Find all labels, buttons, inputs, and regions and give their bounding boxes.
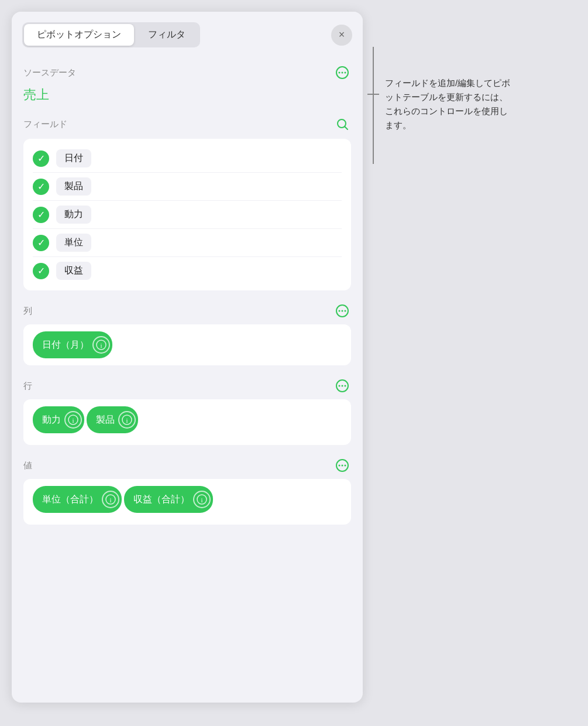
pivot-panel: ピボットオプション フィルタ × ソースデータ 売上 (12, 12, 363, 703)
annotation-text: フィールドを追加/編集してピボットテーブルを更新するには、これらのコントロールを… (385, 47, 514, 132)
field-check-power: ✓ (33, 207, 49, 223)
source-data-section: ソースデータ 売上 (12, 64, 363, 104)
source-more-button[interactable] (333, 64, 351, 81)
field-row-product[interactable]: ✓ 製品 (33, 173, 342, 201)
columns-label: 列 (23, 306, 32, 317)
svg-point-21 (339, 465, 341, 467)
values-pill-revenue-label: 収益（合計） (133, 494, 190, 506)
info-icon: i (96, 340, 106, 350)
columns-header: 列 (23, 302, 351, 320)
values-more-icon (335, 458, 349, 472)
rows-pill-product-info-button[interactable]: i (118, 411, 136, 429)
rows-more-icon (335, 379, 349, 393)
rows-section: 行 動力 i (12, 377, 363, 445)
field-tag-unit: 単位 (56, 234, 91, 252)
tab-filter[interactable]: フィルタ (135, 24, 198, 46)
source-value: 売上 (23, 86, 351, 104)
fields-search-button[interactable] (333, 115, 351, 133)
rows-pill-power[interactable]: 動力 i (33, 406, 84, 433)
svg-point-1 (339, 72, 341, 74)
fields-list-box: ✓ 日付 ✓ 製品 ✓ 動力 ✓ 単位 ✓ 収益 (23, 139, 351, 290)
field-check-unit: ✓ (33, 235, 49, 251)
svg-text:i: i (72, 417, 74, 424)
fields-section: フィールド ✓ 日付 ✓ 製品 ✓ (12, 115, 363, 290)
annotation-area: フィールドを追加/編集してピボットテーブルを更新するには、これらのコントロールを… (367, 12, 576, 164)
values-label: 値 (23, 460, 32, 471)
field-row-date[interactable]: ✓ 日付 (33, 145, 342, 173)
field-check-revenue: ✓ (33, 263, 49, 279)
columns-list-box: 日付（月） i (23, 324, 351, 365)
values-more-button[interactable] (333, 457, 351, 474)
fields-label: フィールド (23, 119, 67, 130)
values-pill-unit-total[interactable]: 単位（合計） i (33, 486, 122, 513)
columns-more-icon (335, 304, 349, 318)
field-check-product: ✓ (33, 179, 49, 195)
values-pill-revenue-total[interactable]: 収益（合計） i (124, 486, 213, 513)
values-pill-unit-info-button[interactable]: i (102, 491, 119, 508)
field-tag-power: 動力 (56, 206, 91, 224)
svg-line-5 (345, 127, 348, 130)
svg-point-13 (339, 385, 341, 387)
field-row-unit[interactable]: ✓ 単位 (33, 229, 342, 257)
svg-point-2 (342, 72, 343, 74)
columns-pill-date-month[interactable]: 日付（月） i (33, 331, 112, 358)
columns-pill-info-button[interactable]: i (92, 336, 110, 354)
values-pill-revenue-info-button[interactable]: i (193, 491, 211, 508)
search-icon (335, 117, 349, 131)
rows-pill-product-label: 製品 (96, 414, 115, 426)
svg-text:i: i (126, 417, 128, 424)
svg-point-15 (345, 385, 346, 387)
field-tag-product: 製品 (56, 177, 91, 196)
field-check-date: ✓ (33, 150, 49, 167)
rows-more-button[interactable] (333, 377, 351, 395)
page-container: ピボットオプション フィルタ × ソースデータ 売上 (12, 12, 576, 703)
rows-label: 行 (23, 381, 32, 392)
field-row-revenue[interactable]: ✓ 収益 (33, 257, 342, 285)
source-header: ソースデータ (23, 64, 351, 81)
info-icon-product: i (122, 415, 132, 425)
tab-pivot-options[interactable]: ピボットオプション (24, 24, 134, 46)
tab-segmented-control: ピボットオプション フィルタ (22, 22, 200, 47)
fields-header: フィールド (23, 115, 351, 133)
rows-list-box: 動力 i 製品 i (23, 399, 351, 445)
columns-section: 列 日付（月） i (12, 302, 363, 365)
values-section: 値 単位（合計） i (12, 457, 363, 525)
info-icon-revenue: i (197, 494, 207, 505)
field-row-power[interactable]: ✓ 動力 (33, 201, 342, 229)
more-circle-icon (335, 66, 349, 80)
svg-point-3 (345, 72, 346, 74)
svg-point-9 (345, 310, 346, 312)
svg-text:i: i (100, 342, 102, 349)
columns-pill-label: 日付（月） (42, 339, 89, 351)
svg-point-22 (342, 465, 343, 467)
rows-pill-product[interactable]: 製品 i (87, 406, 138, 433)
rows-pill-power-label: 動力 (42, 414, 61, 426)
values-pill-unit-label: 単位（合計） (42, 494, 98, 506)
close-button[interactable]: × (331, 25, 352, 46)
svg-text:i: i (109, 496, 111, 504)
svg-text:i: i (201, 496, 203, 504)
rows-header: 行 (23, 377, 351, 395)
columns-more-button[interactable] (333, 302, 351, 320)
tab-bar: ピボットオプション フィルタ × (12, 12, 363, 53)
info-icon-unit: i (105, 494, 116, 505)
field-tag-revenue: 収益 (56, 262, 91, 280)
rows-pill-power-info-button[interactable]: i (64, 411, 82, 429)
source-label: ソースデータ (23, 67, 76, 78)
field-tag-date: 日付 (56, 149, 91, 167)
info-icon-power: i (68, 415, 78, 425)
svg-point-8 (342, 310, 343, 312)
values-list-box: 単位（合計） i 収益（合計） i (23, 479, 351, 525)
svg-point-14 (342, 385, 343, 387)
values-header: 値 (23, 457, 351, 474)
svg-point-7 (339, 310, 341, 312)
svg-point-23 (345, 465, 346, 467)
